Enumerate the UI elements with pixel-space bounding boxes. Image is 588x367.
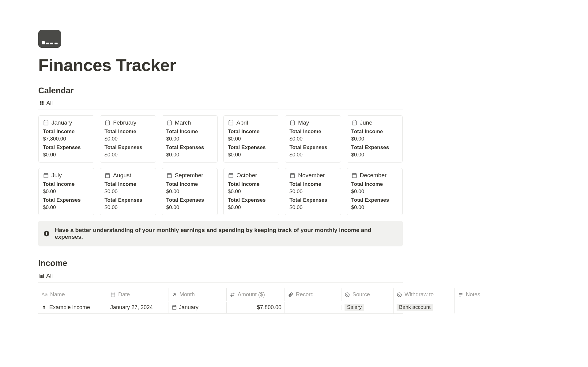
cell-notes[interactable]: [455, 305, 461, 310]
table-icon: [39, 273, 44, 279]
income-value: $7,800.00: [43, 136, 90, 142]
income-value: $0.00: [104, 189, 151, 195]
col-record[interactable]: Record: [285, 288, 341, 301]
expenses-value: $0.00: [166, 152, 213, 158]
up-arrow-icon: [41, 305, 47, 310]
income-label: Total Income: [104, 129, 151, 135]
lines-icon: [458, 292, 463, 298]
month-card[interactable]: JulyTotal Income$0.00Total Expenses$0.00: [38, 168, 94, 215]
month-card[interactable]: AprilTotal Income$0.00Total Expenses$0.0…: [223, 115, 279, 163]
calendar-icon: [166, 120, 172, 126]
income-label: Total Income: [351, 129, 398, 135]
month-card[interactable]: MayTotal Income$0.00Total Expenses$0.00: [285, 115, 341, 163]
calendar-icon: [228, 120, 234, 126]
income-label: Total Income: [289, 181, 336, 187]
month-card[interactable]: NovemberTotal Income$0.00Total Expenses$…: [285, 168, 341, 215]
select-icon: [345, 292, 350, 298]
cell-month[interactable]: January: [168, 302, 227, 313]
calendar-icon: [172, 305, 177, 310]
income-label: Total Income: [43, 129, 90, 135]
calendar-icon: [104, 172, 111, 178]
month-card[interactable]: JuneTotal Income$0.00Total Expenses$0.00: [347, 115, 403, 163]
expenses-label: Total Expenses: [104, 197, 151, 203]
col-month[interactable]: Month: [168, 288, 227, 301]
expenses-label: Total Expenses: [351, 197, 398, 203]
income-label: Total Income: [228, 129, 275, 135]
income-label: Total Income: [104, 181, 151, 187]
cell-record[interactable]: [285, 305, 341, 310]
income-heading: Income: [38, 259, 403, 268]
expenses-label: Total Expenses: [166, 144, 213, 151]
cell-date[interactable]: January 27, 2024: [107, 302, 168, 313]
month-card[interactable]: MarchTotal Income$0.00Total Expenses$0.0…: [162, 115, 218, 163]
month-name: June: [360, 119, 372, 126]
income-value: $0.00: [104, 136, 151, 142]
month-name: July: [51, 172, 62, 179]
income-value: $0.00: [228, 136, 275, 142]
expenses-value: $0.00: [351, 204, 398, 211]
income-value: $0.00: [166, 136, 213, 142]
income-value: $0.00: [289, 189, 336, 195]
month-name: May: [298, 119, 309, 126]
calendar-icon: [228, 172, 234, 178]
gallery-icon: [39, 100, 44, 106]
income-label: Total Income: [166, 181, 213, 187]
calendar-icon: [104, 120, 111, 126]
month-card[interactable]: FebruaryTotal Income$0.00Total Expenses$…: [100, 115, 156, 163]
select-icon: [397, 292, 402, 298]
col-name[interactable]: AaName: [38, 288, 107, 301]
cell-amount[interactable]: $7,800.00: [227, 302, 285, 313]
expenses-label: Total Expenses: [228, 144, 275, 151]
expenses-value: $0.00: [228, 204, 275, 211]
expenses-value: $0.00: [228, 152, 275, 158]
page-title: Finances Tracker: [38, 55, 403, 75]
cell-name[interactable]: Example income: [38, 302, 107, 313]
month-card[interactable]: DecemberTotal Income$0.00Total Expenses$…: [347, 168, 403, 215]
calendar-gallery: JanuaryTotal Income$7,800.00Total Expens…: [38, 115, 403, 215]
income-label: Total Income: [228, 181, 275, 187]
income-value: $0.00: [43, 189, 90, 195]
col-notes[interactable]: Notes: [455, 288, 483, 301]
cell-withdraw[interactable]: Bank account: [394, 301, 455, 313]
month-card[interactable]: JanuaryTotal Income$7,800.00Total Expens…: [38, 115, 94, 163]
income-value: $0.00: [351, 136, 398, 142]
calendar-icon: [289, 172, 296, 178]
income-table: AaName Date Month Amount ($) Record Sour…: [38, 288, 403, 314]
month-card[interactable]: OctoberTotal Income$0.00Total Expenses$0…: [223, 168, 279, 215]
calendar-icon: [351, 172, 357, 178]
arrow-icon: [172, 292, 177, 298]
col-date[interactable]: Date: [107, 288, 168, 301]
expenses-label: Total Expenses: [43, 144, 90, 151]
expenses-value: $0.00: [289, 204, 336, 211]
hash-icon: [230, 292, 235, 298]
income-value: $0.00: [351, 189, 398, 195]
col-withdraw[interactable]: Withdraw to: [394, 288, 455, 301]
income-view-tab[interactable]: All: [38, 272, 403, 283]
expenses-label: Total Expenses: [43, 197, 90, 203]
income-value: $0.00: [166, 189, 213, 195]
calendar-icon: [289, 120, 296, 126]
table-row[interactable]: Example incomeJanuary 27, 2024January$7,…: [38, 301, 403, 314]
expenses-label: Total Expenses: [289, 197, 336, 203]
expenses-value: $0.00: [166, 204, 213, 211]
month-card[interactable]: SeptemberTotal Income$0.00Total Expenses…: [162, 168, 218, 215]
clip-icon: [288, 292, 293, 298]
expenses-value: $0.00: [43, 204, 90, 211]
expenses-value: $0.00: [43, 152, 90, 158]
month-card[interactable]: AugustTotal Income$0.00Total Expenses$0.…: [100, 168, 156, 215]
month-name: December: [360, 172, 387, 179]
month-name: November: [298, 172, 325, 179]
cell-source[interactable]: Salary: [341, 301, 394, 313]
col-amount[interactable]: Amount ($): [227, 288, 285, 301]
expenses-value: $0.00: [351, 152, 398, 158]
info-callout: Have a better understanding of your mont…: [38, 221, 403, 246]
calendar-view-tab[interactable]: All: [38, 100, 403, 110]
calendar-icon: [110, 292, 116, 298]
callout-text: Have a better understanding of your mont…: [55, 227, 398, 240]
info-icon: [43, 230, 50, 237]
expenses-label: Total Expenses: [289, 144, 336, 151]
col-source[interactable]: Source: [341, 288, 394, 301]
calendar-icon: [166, 172, 172, 178]
month-name: October: [236, 172, 257, 179]
expenses-label: Total Expenses: [228, 197, 275, 203]
